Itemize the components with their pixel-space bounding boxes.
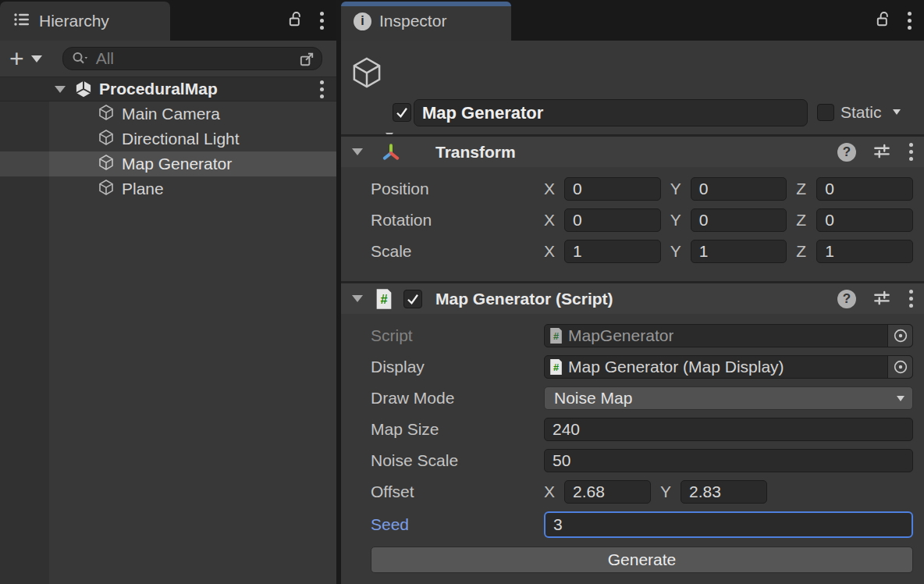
scene-foldout-icon[interactable] [55,86,66,93]
tree-row-label: Map Generator [122,155,232,173]
noise-scale-field[interactable] [544,449,913,472]
axis-x-label: X [544,483,558,501]
noise-scale-label: Noise Scale [371,445,544,476]
search-icon [71,50,90,67]
add-gameobject-button[interactable]: + [9,47,24,70]
seed-row: Seed [341,507,924,542]
inspector-panel: i Inspector [341,0,924,584]
object-picker-icon[interactable] [887,356,912,378]
gameobject-name-field[interactable] [414,99,808,126]
scene-menu-icon[interactable] [318,79,325,100]
script-enabled-checkbox[interactable] [403,290,422,308]
hierarchy-lock-icon[interactable] [286,10,304,31]
tree-row-map-generator[interactable]: Map Generator [0,151,336,176]
inspector-lock-icon[interactable] [874,10,892,31]
script-object-value: MapGenerator [568,326,673,345]
rotation-z-field[interactable] [816,208,913,232]
script-object-field[interactable]: # MapGenerator [544,324,913,347]
tree-row-main-camera[interactable]: Main Camera [0,101,336,126]
axis-y-label: Y [670,242,684,261]
hierarchy-panel: Hierarchy + [0,0,336,584]
axis-x-label: X [544,180,558,198]
seed-label: Seed [371,507,544,542]
hierarchy-tabbar: Hierarchy [0,0,336,41]
scale-z-field[interactable] [816,240,913,263]
tree-row-plane[interactable]: Plane [0,176,336,201]
rotation-y-field[interactable] [691,208,787,232]
scale-label: Scale [371,236,544,267]
offset-x-field[interactable] [564,480,651,504]
rotation-x-field[interactable] [564,208,661,232]
gameobject-active-checkbox[interactable] [393,103,411,122]
gameobject-cube-icon [97,128,116,150]
hierarchy-menu-icon[interactable] [318,10,325,31]
display-label: Display [371,351,544,383]
script-label: Script [371,320,544,351]
seed-field[interactable] [544,511,913,538]
tree-row-directional-light[interactable]: Directional Light [0,126,336,151]
static-caret-icon[interactable] [893,109,901,115]
map-generator-script-header[interactable]: # Map Generator (Script) ? [341,281,924,314]
axis-y-label: Y [670,180,684,198]
position-z-field[interactable] [816,177,913,201]
static-label: Static [840,103,882,122]
scale-row: Scale X Y Z [341,236,924,267]
generate-button[interactable]: Generate [371,547,913,573]
csharp-script-icon: # [549,327,563,344]
presets-icon[interactable] [872,287,892,311]
display-object-field[interactable]: # Map Generator (Map Display) [544,355,913,379]
unity-editor-window: Hierarchy + [0,0,924,584]
draw-mode-label: Draw Mode [371,383,544,414]
inspector-tabbar: i Inspector [341,0,924,41]
add-gameobject-caret-icon[interactable] [31,55,42,62]
object-picker-icon[interactable] [887,325,912,347]
position-y-field[interactable] [691,177,787,201]
hierarchy-tree: Main Camera Directional Light [0,101,336,584]
script-component-title: Map Generator (Script) [435,290,613,308]
transform-component: Transform ? Position X [341,134,924,278]
generate-row: Generate [341,542,924,573]
generate-button-label: Generate [608,550,677,569]
rotation-label: Rotation [371,205,544,236]
tab-hierarchy[interactable]: Hierarchy [0,2,170,41]
axis-z-label: Z [796,242,810,261]
axis-y-label: Y [670,211,684,230]
tree-row-label: Directional Light [122,130,240,148]
svg-text:#: # [553,361,559,373]
scene-row-proceduralmap[interactable]: ProceduralMap [0,77,336,101]
static-checkbox[interactable] [817,104,834,121]
transform-menu-icon[interactable] [908,141,915,162]
draw-mode-dropdown[interactable]: Noise Map [544,386,913,410]
noise-scale-row: Noise Scale [341,445,924,476]
display-object-value: Map Generator (Map Display) [568,358,784,376]
tab-inspector[interactable]: i Inspector [341,2,511,41]
gameobject-big-cube-icon [349,55,385,94]
search-window-icon[interactable] [296,49,319,68]
axis-x-label: X [544,242,558,261]
scale-y-field[interactable] [691,240,787,263]
script-menu-icon[interactable] [908,288,915,309]
chevron-down-icon [897,396,904,401]
map-size-field[interactable] [544,418,913,441]
axis-z-label: Z [796,211,810,230]
help-icon[interactable]: ? [837,143,856,162]
transform-foldout-icon[interactable] [352,148,363,155]
presets-icon[interactable] [872,141,892,164]
position-label: Position [371,173,544,205]
info-icon: i [354,12,371,30]
position-x-field[interactable] [564,177,661,201]
help-icon[interactable]: ? [837,290,856,308]
script-foldout-icon[interactable] [352,295,363,302]
scale-x-field[interactable] [564,240,661,263]
map-size-label: Map Size [371,414,544,445]
gameobject-cube-icon [97,103,116,125]
script-row: Script # MapGenerator [341,320,924,351]
offset-y-field[interactable] [681,480,767,504]
scene-name: ProceduralMap [99,80,218,98]
transform-header[interactable]: Transform ? [341,134,924,167]
tree-row-label: Plane [122,180,164,198]
transform-icon [380,141,402,163]
position-row: Position X Y Z [341,173,924,205]
inspector-menu-icon[interactable] [906,10,913,31]
hierarchy-search-input[interactable]: All [62,47,322,70]
